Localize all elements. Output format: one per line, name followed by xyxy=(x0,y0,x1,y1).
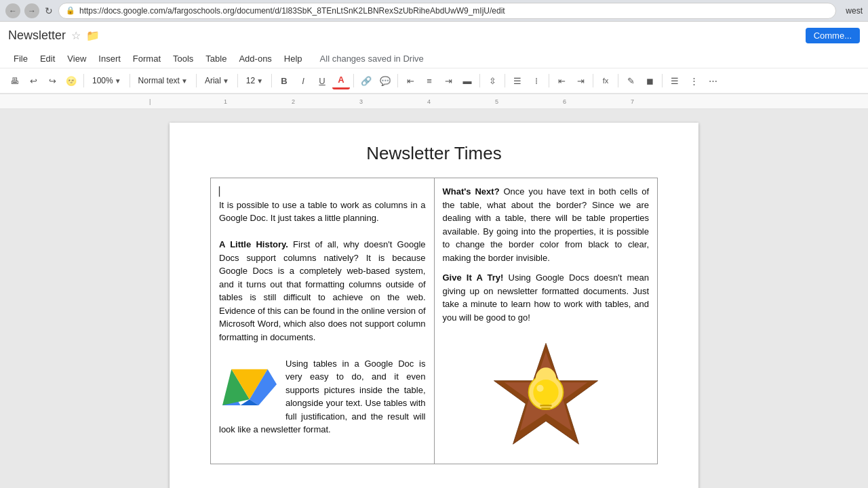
redo-button[interactable]: ↪ xyxy=(43,72,61,89)
fontsize-dropdown[interactable]: 12 ▼ xyxy=(241,74,268,87)
col-left-bottom: Using tables in a Google Doc is very eas… xyxy=(219,357,426,436)
col-layout-button[interactable]: ⋮ xyxy=(685,72,703,89)
ruler-mark-4: 4 xyxy=(427,98,431,105)
sep11 xyxy=(593,74,593,87)
star-illustration-container xyxy=(443,338,650,457)
gdrive-logo xyxy=(219,357,280,411)
menu-bar: File Edit View Insert Format Tools Table… xyxy=(0,49,868,68)
line-spacing-button[interactable]: ⇳ xyxy=(484,72,501,89)
col-left-para2: First of all, why doesn't Google Docs su… xyxy=(219,239,426,342)
col-left-para1: It is possible to use a table to work as… xyxy=(219,199,426,225)
italic-button[interactable]: I xyxy=(294,72,312,89)
paint-format-button[interactable]: 🌝 xyxy=(62,72,80,89)
text-highlight-button[interactable]: ✎ xyxy=(622,72,639,89)
menu-view[interactable]: View xyxy=(62,52,92,65)
forward-button[interactable]: → xyxy=(24,3,39,18)
underline-button[interactable]: U xyxy=(313,72,331,89)
cursor-pos: ▏ xyxy=(219,186,226,197)
menu-table[interactable]: Table xyxy=(200,52,232,65)
text-color-button[interactable]: A xyxy=(332,72,350,89)
sep8 xyxy=(479,74,480,87)
sep12 xyxy=(618,74,618,87)
bold-button[interactable]: B xyxy=(275,72,293,89)
svg-point-9 xyxy=(533,380,558,405)
star-icon[interactable]: ☆ xyxy=(71,29,81,42)
sep7 xyxy=(397,74,398,87)
font-dropdown[interactable]: Arial ▼ xyxy=(200,74,234,87)
col-right-heading2: Give It A Try! xyxy=(443,272,504,283)
size-arrow: ▼ xyxy=(256,77,263,85)
align-right-button[interactable]: ⇥ xyxy=(439,72,457,89)
ruler-mark-0: | xyxy=(149,98,151,105)
style-dropdown[interactable]: Normal text ▼ xyxy=(134,74,193,87)
menu-edit[interactable]: Edit xyxy=(35,52,60,65)
comment-button[interactable]: 💬 xyxy=(376,72,394,89)
col-left-history: A Little History. First of all, why does… xyxy=(219,238,426,344)
font-arrow: ▼ xyxy=(222,77,229,85)
ruler-mark-5: 5 xyxy=(495,98,498,105)
url-text: https://docs.google.com/a/fargoschools.o… xyxy=(79,6,505,16)
more-btn[interactable]: ⋯ xyxy=(704,72,722,89)
align-justify-button[interactable]: ▬ xyxy=(458,72,476,89)
col-right-para1: Once you have text in both cells of the … xyxy=(443,186,650,263)
ruler-inner: | 1 2 3 4 5 6 7 xyxy=(0,94,868,108)
zoom-arrow: ▼ xyxy=(115,77,121,85)
menu-insert[interactable]: Insert xyxy=(93,52,126,65)
zoom-dropdown[interactable]: 100% ▼ xyxy=(87,74,126,87)
document-area: Newsletter Times ▏ It is possible to use… xyxy=(0,109,868,488)
col-right[interactable]: What's Next? Once you have text in both … xyxy=(434,178,658,464)
sep6 xyxy=(353,74,354,87)
align-left-button[interactable]: ⇤ xyxy=(401,72,419,89)
comments-button[interactable]: Comme... xyxy=(806,28,860,43)
increase-indent-button[interactable]: ⇥ xyxy=(572,72,589,89)
bullet-list-button[interactable]: ⁞ xyxy=(528,72,545,89)
decrease-indent-button[interactable]: ⇤ xyxy=(553,72,570,89)
menu-help[interactable]: Help xyxy=(279,52,308,65)
folder-icon[interactable]: 📁 xyxy=(86,29,100,42)
star-illustration xyxy=(488,338,604,453)
bg-color-button[interactable]: ◼ xyxy=(641,72,658,89)
col-right-give-it: Give It A Try! Using Google Docs doesn't… xyxy=(443,271,650,324)
doc-page: Newsletter Times ▏ It is possible to use… xyxy=(170,123,698,488)
back-button[interactable]: ← xyxy=(5,3,20,18)
col-left-heading1: A Little History. xyxy=(219,239,288,249)
sep9 xyxy=(505,74,505,87)
address-bar[interactable]: 🔒 https://docs.google.com/a/fargoschools… xyxy=(58,3,836,19)
browser-chrome: ← → ↻ 🔒 https://docs.google.com/a/fargos… xyxy=(0,0,868,22)
sep10 xyxy=(549,74,549,87)
col-left[interactable]: ▏ It is possible to use a table to work … xyxy=(211,178,435,464)
user-label: west xyxy=(846,6,863,16)
menu-file[interactable]: File xyxy=(8,52,33,65)
col-right-heading1: What's Next? xyxy=(443,186,500,197)
menu-tools[interactable]: Tools xyxy=(167,52,199,65)
title-bar: Newsletter ☆ 📁 Comme... xyxy=(0,22,868,49)
reload-button[interactable]: ↻ xyxy=(45,5,53,16)
link-button[interactable]: 🔗 xyxy=(357,72,375,89)
ruler-mark-7: 7 xyxy=(631,98,634,105)
docs-header: Newsletter ☆ 📁 Comme... File Edit View I… xyxy=(0,22,868,94)
col-right-whats-next: What's Next? Once you have text in both … xyxy=(443,185,650,264)
align-center-button[interactable]: ≡ xyxy=(420,72,438,89)
sep4 xyxy=(237,74,238,87)
ruler-mark-1: 1 xyxy=(224,98,227,105)
numbered-list-button[interactable]: ☰ xyxy=(509,72,526,89)
function-button[interactable]: fx xyxy=(597,72,614,89)
sep2 xyxy=(130,74,130,87)
more-formatting-button[interactable]: ☰ xyxy=(666,72,684,89)
ruler-mark-3: 3 xyxy=(359,98,363,105)
ssl-icon: 🔒 xyxy=(66,6,75,15)
sep3 xyxy=(196,74,197,87)
ruler-mark-6: 6 xyxy=(563,98,566,105)
print-button[interactable]: 🖶 xyxy=(5,72,23,89)
format-toolbar: 🖶 ↩ ↪ 🌝 100% ▼ Normal text ▼ Arial ▼ 12 … xyxy=(0,68,868,94)
sep1 xyxy=(83,74,84,87)
newsletter-table: ▏ It is possible to use a table to work … xyxy=(210,178,658,464)
menu-addons[interactable]: Add-ons xyxy=(233,52,277,65)
doc-title: Newsletter xyxy=(8,28,66,43)
style-arrow: ▼ xyxy=(181,77,188,85)
ruler: | 1 2 3 4 5 6 7 xyxy=(0,94,868,109)
svg-point-12 xyxy=(536,385,543,392)
undo-button[interactable]: ↩ xyxy=(24,72,42,89)
sep13 xyxy=(662,74,663,87)
menu-format[interactable]: Format xyxy=(127,52,166,65)
